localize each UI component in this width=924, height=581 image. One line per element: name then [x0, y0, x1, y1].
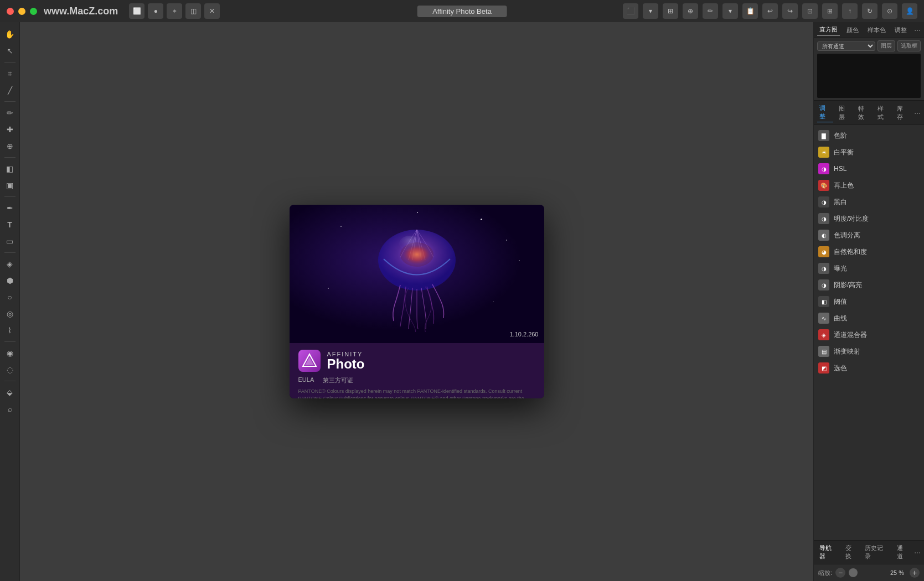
zoom-heart[interactable] — [849, 568, 858, 577]
more-icon-1[interactable]: ⊡ — [802, 3, 818, 19]
adj-item-label: 自然饱和度 — [834, 247, 867, 257]
affinity-product: Photo — [327, 357, 365, 371]
paintbrush-tool[interactable]: ✏ — [2, 105, 18, 121]
adjust-item-通道混合器[interactable]: ◈ 通道混合器 — [814, 326, 924, 343]
adj-tab-effects[interactable]: 特效 — [856, 103, 872, 122]
adjust-item-渐变映射[interactable]: ▤ 渐变映射 — [814, 343, 924, 360]
smudge-tool[interactable]: ⌇ — [2, 323, 18, 338]
snapping-icon[interactable]: ⊕ — [683, 3, 698, 19]
zoom-label: 缩放: — [818, 569, 832, 577]
gradient-tool[interactable]: ▣ — [2, 178, 18, 193]
layer-btn[interactable]: 图层 — [877, 40, 895, 51]
channel-select[interactable]: 所有通道 — [817, 42, 875, 51]
adjust-item-曲线[interactable]: ∿ 曲线 — [814, 310, 924, 326]
nav-tab-navigator[interactable]: 导航器 — [817, 543, 840, 562]
minimize-button[interactable] — [18, 8, 25, 15]
tb-icon-cursor[interactable]: ⌖ — [167, 3, 182, 19]
adj-item-label: 再上色 — [834, 181, 854, 190]
bucket-tool[interactable]: ⬢ — [2, 273, 18, 288]
zoom-tool[interactable]: ⌕ — [2, 401, 18, 417]
healing-tool[interactable]: ✚ — [2, 122, 18, 137]
sync-icon[interactable]: ↻ — [862, 3, 877, 19]
adj-tab-layers[interactable]: 图层 — [837, 103, 853, 122]
selection-tool[interactable]: ⬙ — [2, 385, 18, 400]
view-icon[interactable]: ⬛ — [623, 3, 638, 19]
blur-tool[interactable]: ◎ — [2, 306, 18, 321]
adjust-item-黑白[interactable]: ◑ 黑白 — [814, 194, 924, 210]
adjust-item-选色[interactable]: ◩ 选色 — [814, 360, 924, 376]
toolbar-right: ⬛ ▾ ⊞ ⊕ ✏ ▾ 📋 ↩ ↪ ⊡ ⊞ ↑ ↻ ⊙ 👤 — [623, 3, 917, 19]
zoom-minus[interactable]: − — [835, 568, 845, 578]
tab-adjust-top[interactable]: 调整 — [892, 25, 909, 35]
adjust-item-色调分离[interactable]: ◐ 色调分离 — [814, 227, 924, 243]
tb-icon-3[interactable]: ◫ — [185, 3, 201, 19]
selection-btn[interactable]: 选取框 — [897, 40, 921, 51]
tab-swatches[interactable]: 样本色 — [865, 25, 888, 35]
adjust-item-HSL[interactable]: ◑ HSL — [814, 160, 924, 177]
undo-icon[interactable]: ↩ — [762, 3, 778, 19]
clipboard-icon[interactable]: 📋 — [742, 3, 758, 19]
adj-item-label: 通道混合器 — [834, 330, 867, 340]
nav-more[interactable]: ··· — [914, 548, 921, 557]
adjust-item-明度/对比度[interactable]: ◑ 明度/对比度 — [814, 210, 924, 227]
straighten-tool[interactable]: ╱ — [2, 82, 18, 98]
adjust-item-自然饱和度[interactable]: ◕ 自然饱和度 — [814, 243, 924, 260]
shape-tool[interactable]: ▭ — [2, 234, 18, 249]
zoom-value: 25 % — [890, 569, 904, 576]
tb-icon-1[interactable]: ⬜ — [129, 3, 144, 19]
adj-tab-stock[interactable]: 库存 — [895, 103, 911, 122]
separator-1 — [4, 62, 16, 63]
move-tool[interactable]: ↖ — [2, 43, 18, 59]
redo-icon[interactable]: ↪ — [782, 3, 798, 19]
text-tool[interactable]: T — [2, 217, 18, 232]
canvas-area[interactable]: 1.10.2.260 AFFINITY Photo — [20, 22, 813, 581]
tb-icon-2[interactable]: ● — [148, 3, 163, 19]
separator-5 — [4, 252, 16, 253]
adjust-item-曝光[interactable]: ◑ 曝光 — [814, 260, 924, 277]
fullscreen-button[interactable] — [30, 8, 37, 15]
third-party-link[interactable]: 第三方可证 — [323, 376, 353, 385]
more-icon-2[interactable]: ⊞ — [822, 3, 838, 19]
tab-histogram[interactable]: 直方图 — [817, 24, 840, 35]
adj-tab-styles[interactable]: 样式 — [875, 103, 891, 122]
view-dropdown[interactable]: ▾ — [643, 3, 658, 19]
adjust-item-阈值[interactable]: ◧ 阈值 — [814, 293, 924, 310]
close-button[interactable] — [7, 8, 14, 15]
adj-item-label: 阈值 — [834, 297, 847, 307]
window-controls — [7, 8, 37, 15]
pen-tool[interactable]: ✒ — [2, 200, 18, 216]
nav-tab-history[interactable]: 历史记录 — [863, 543, 891, 562]
nav-tab-transform[interactable]: 变换 — [843, 543, 860, 562]
splash-screen[interactable]: 1.10.2.260 AFFINITY Photo — [290, 205, 544, 398]
adjust-item-阴影/高亮[interactable]: ◑ 阴影/高亮 — [814, 277, 924, 293]
navigator-section: 导航器 变换 历史记录 通道 ··· 缩放: − 25 % + — [814, 540, 924, 581]
sponge-tool[interactable]: ◌ — [2, 362, 18, 377]
adj-item-label: 阴影/高亮 — [834, 281, 862, 290]
share-icon[interactable]: ↑ — [842, 3, 858, 19]
brush-icon[interactable]: ✏ — [703, 3, 718, 19]
adjust-item-色阶[interactable]: ▇ 色阶 — [814, 127, 924, 144]
panel-top-more[interactable]: ··· — [914, 25, 921, 34]
user-icon[interactable]: 👤 — [902, 3, 917, 19]
tb-icon-4[interactable]: ✕ — [204, 3, 220, 19]
crop-tool[interactable]: ⌗ — [2, 66, 18, 81]
nav-tab-channels[interactable]: 通道 — [895, 543, 911, 562]
clone-tool[interactable]: ⊕ — [2, 138, 18, 154]
watermark: www.MacZ.com — [44, 6, 118, 17]
adj-tab-adjust[interactable]: 调整 — [817, 103, 833, 122]
zoom-plus[interactable]: + — [910, 568, 920, 578]
tab-color[interactable]: 颜色 — [844, 25, 861, 35]
fill-tool[interactable]: ◧ — [2, 161, 18, 177]
brush-dropdown[interactable]: ▾ — [722, 3, 738, 19]
red-eye-tool[interactable]: ◉ — [2, 345, 18, 361]
separator-7 — [4, 381, 16, 381]
eula-link[interactable]: EULA — [298, 376, 314, 385]
hand-tool[interactable]: ✋ — [2, 27, 18, 42]
arrange-icon[interactable]: ⊞ — [663, 3, 678, 19]
adjust-item-再上色[interactable]: 🎨 再上色 — [814, 177, 924, 194]
node-tool[interactable]: ◈ — [2, 256, 18, 272]
dodge-tool[interactable]: ○ — [2, 289, 18, 305]
adj-tab-more[interactable]: ··· — [914, 108, 921, 117]
adjust-item-白平衡[interactable]: ☀ 白平衡 — [814, 144, 924, 160]
more-icon-3[interactable]: ⊙ — [882, 3, 897, 19]
